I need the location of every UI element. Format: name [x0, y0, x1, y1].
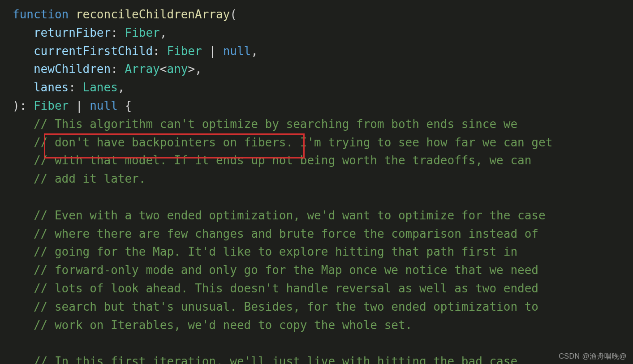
watermark: CSDN @渔舟唱晚@	[559, 352, 627, 361]
highlighted-comment: don't have backpointers on fibers.	[55, 136, 293, 149]
comment-line: // going for the Map. It'd like to explo…	[34, 245, 517, 258]
comment-line: // work on Iterables, we'd need to copy …	[34, 318, 412, 332]
type-fiber: Fiber	[125, 26, 159, 39]
comment-line: // This algorithm can't optimize by sear…	[34, 117, 517, 131]
comment-line: // add it later.	[34, 172, 146, 185]
comment-line: // search but that's unusual. Besides, f…	[34, 300, 538, 313]
comment-line: // In this first iteration, we'll just l…	[34, 355, 517, 364]
function-name: reconcileChildrenArray	[76, 8, 230, 21]
param-returnFiber: returnFiber	[34, 26, 111, 39]
comment-line: // Even with a two ended optimization, w…	[34, 209, 546, 222]
comment-line: // lots of look ahead. This doesn't hand…	[34, 282, 538, 295]
param-lanes: lanes	[34, 81, 69, 94]
param-currentFirstChild: currentFirstChild	[34, 44, 153, 58]
paren-open: (	[230, 8, 237, 21]
comment-line: // where there are few changes and brute…	[34, 227, 538, 240]
comment-line: // with that model. If it ends up not be…	[34, 154, 531, 167]
comment-line: // forward-only mode and only go for the…	[34, 263, 538, 277]
code-block: function reconcileChildrenArray( returnF…	[0, 0, 633, 364]
keyword-function: function	[13, 8, 69, 21]
param-newChildren: newChildren	[34, 62, 111, 76]
